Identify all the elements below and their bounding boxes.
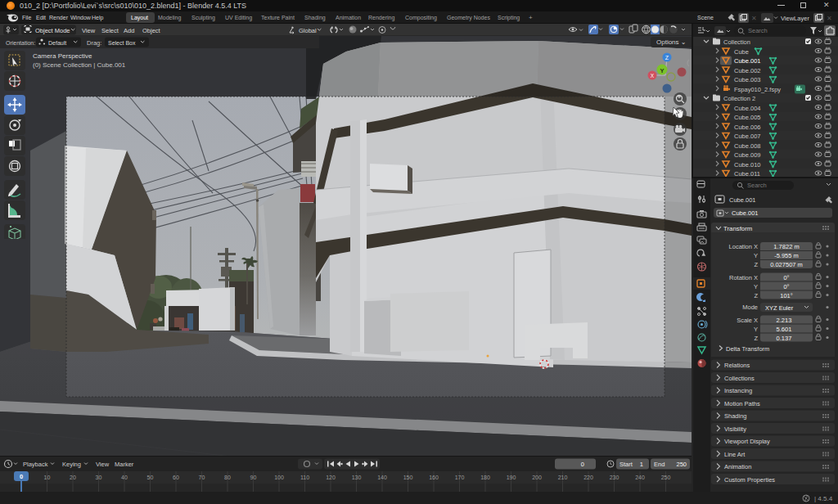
svg-text:Cube.002: Cube.002 — [734, 67, 761, 74]
svg-text:✕: ✕ — [827, 15, 832, 22]
svg-text:Marker: Marker — [115, 461, 134, 468]
svg-text:Search: Search — [748, 27, 768, 34]
svg-text:120: 120 — [326, 475, 336, 480]
svg-text:Default: Default — [48, 40, 66, 46]
svg-text:Object: Object — [142, 27, 161, 34]
svg-text:View: View — [82, 27, 96, 34]
svg-text:Mode: Mode — [742, 304, 758, 311]
svg-text:Visibility: Visibility — [724, 425, 746, 433]
svg-text:Collection 2: Collection 2 — [723, 95, 755, 102]
svg-text:Keying: Keying — [62, 461, 81, 468]
svg-text:View: View — [96, 461, 110, 468]
svg-text:70: 70 — [199, 475, 205, 480]
svg-text:101°: 101° — [780, 292, 793, 299]
svg-text:Shading: Shading — [724, 412, 747, 420]
svg-text:Cube.006: Cube.006 — [734, 124, 761, 131]
svg-text:220: 220 — [583, 475, 593, 480]
svg-text:210: 210 — [558, 475, 568, 480]
svg-text:-5.955 m: -5.955 m — [774, 252, 799, 259]
svg-text:Cube.003: Cube.003 — [734, 76, 761, 83]
svg-text:0: 0 — [20, 473, 23, 480]
svg-text:160: 160 — [429, 475, 439, 480]
svg-text:Cube.007: Cube.007 — [734, 133, 761, 140]
svg-text:2.213: 2.213 — [777, 317, 792, 324]
svg-text:Fspay010_2.fspy: Fspay010_2.fspy — [734, 86, 781, 93]
svg-text:230: 230 — [610, 475, 619, 480]
svg-text:10: 10 — [44, 475, 51, 480]
svg-text:Cube.008: Cube.008 — [734, 142, 761, 150]
svg-text:Y: Y — [754, 326, 758, 333]
svg-text:Y: Y — [754, 252, 758, 259]
svg-text:40: 40 — [121, 475, 128, 480]
svg-text:Z: Z — [754, 261, 758, 268]
svg-text:Relations: Relations — [724, 362, 750, 369]
svg-text:Viewport Display: Viewport Display — [724, 438, 770, 445]
svg-text:100: 100 — [274, 475, 284, 480]
svg-text:Custom Properties: Custom Properties — [724, 476, 775, 484]
svg-text:Line Art: Line Art — [724, 451, 746, 458]
svg-text:Add: Add — [124, 27, 134, 34]
svg-text:Cube.009: Cube.009 — [734, 151, 761, 159]
svg-text:0.027507 m: 0.027507 m — [770, 261, 803, 268]
svg-text:0°: 0° — [783, 283, 789, 290]
svg-text:Cube.005: Cube.005 — [734, 114, 761, 121]
svg-text:250: 250 — [676, 461, 687, 468]
svg-text:Cube.010: Cube.010 — [734, 161, 761, 169]
svg-text:X: X — [651, 73, 655, 79]
svg-text:Scale X: Scale X — [737, 317, 758, 324]
svg-text:110: 110 — [300, 475, 309, 480]
svg-text:Collections: Collections — [724, 375, 755, 382]
svg-text:60: 60 — [173, 475, 179, 480]
svg-text:Y: Y — [660, 67, 664, 74]
svg-text:Object Mode: Object Mode — [35, 27, 70, 34]
svg-text:0: 0 — [581, 461, 584, 468]
svg-text:Select Box: Select Box — [108, 40, 136, 46]
svg-text:180: 180 — [480, 475, 490, 480]
svg-text:Start: Start — [619, 461, 633, 468]
svg-text:XYZ Euler: XYZ Euler — [765, 304, 794, 312]
svg-text:Global: Global — [299, 27, 317, 34]
svg-text:Z: Z — [754, 292, 758, 299]
svg-text:Delta Transform: Delta Transform — [726, 345, 769, 353]
svg-text:Cube.001: Cube.001 — [734, 57, 761, 65]
svg-text:5.601: 5.601 — [777, 326, 792, 333]
svg-text:50: 50 — [147, 475, 154, 480]
svg-text:0.137: 0.137 — [777, 335, 792, 342]
svg-text:140: 140 — [377, 475, 387, 480]
svg-text:130: 130 — [352, 475, 362, 480]
svg-text:200: 200 — [532, 475, 542, 480]
svg-text:240: 240 — [635, 475, 645, 480]
svg-text:1: 1 — [640, 461, 643, 468]
svg-text:150: 150 — [403, 475, 413, 480]
svg-text:ViewLayer: ViewLayer — [781, 15, 809, 22]
svg-text:190: 190 — [507, 475, 516, 480]
svg-text:Cube: Cube — [734, 48, 749, 56]
svg-text:1.7822 m: 1.7822 m — [773, 243, 799, 250]
svg-text:Cube.004: Cube.004 — [734, 105, 761, 112]
svg-text:Motion Paths: Motion Paths — [724, 400, 760, 407]
svg-text:Instancing: Instancing — [724, 387, 752, 394]
svg-text:20: 20 — [70, 475, 76, 480]
svg-text:Collection: Collection — [723, 38, 750, 46]
svg-text:250: 250 — [661, 475, 671, 480]
svg-text:Location X: Location X — [729, 243, 758, 250]
svg-text:✕: ✕ — [751, 15, 757, 22]
svg-text:Z: Z — [665, 55, 669, 61]
svg-text:End: End — [654, 461, 665, 468]
svg-text:Rotation X: Rotation X — [729, 274, 758, 281]
svg-text:Animation: Animation — [724, 463, 751, 470]
svg-text:Select: Select — [101, 27, 119, 34]
svg-text:Z: Z — [754, 335, 758, 342]
svg-text:Y: Y — [754, 283, 758, 290]
svg-text:80: 80 — [224, 475, 231, 480]
svg-text:0°: 0° — [783, 274, 789, 281]
svg-text:90: 90 — [250, 475, 257, 480]
svg-text:30: 30 — [96, 475, 102, 480]
svg-text:Playback: Playback — [23, 461, 48, 468]
svg-text:170: 170 — [455, 475, 465, 480]
svg-text:Orientation:: Orientation: — [6, 40, 35, 46]
svg-text:Drag:: Drag: — [87, 39, 101, 47]
svg-text:Cube.011: Cube.011 — [734, 170, 760, 177]
